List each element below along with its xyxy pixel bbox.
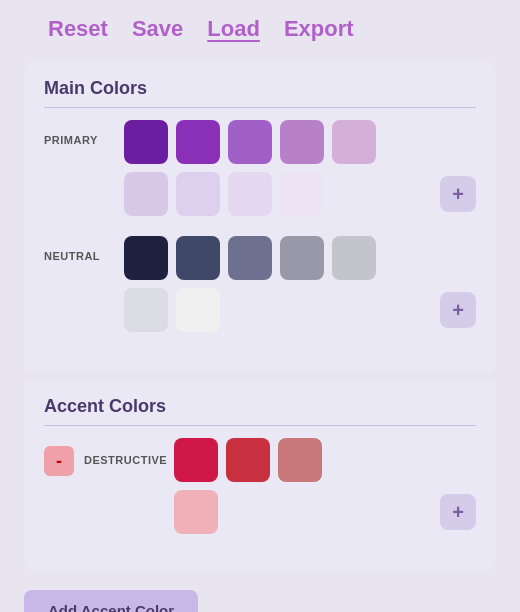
color-swatch[interactable] xyxy=(124,288,168,332)
toolbar-btn-save[interactable]: Save xyxy=(132,16,183,42)
color-swatch[interactable] xyxy=(226,438,270,482)
color-group-label: PRIMARY xyxy=(44,120,124,146)
color-swatch[interactable] xyxy=(176,288,220,332)
color-swatch[interactable] xyxy=(124,120,168,164)
add-accent-color-button[interactable]: Add Accent Color xyxy=(24,590,198,612)
add-swatch-button[interactable]: + xyxy=(440,176,476,212)
accent-group-label: DESTRUCTIVE xyxy=(84,438,174,466)
color-swatch[interactable] xyxy=(280,172,324,216)
remove-accent-button[interactable]: - xyxy=(44,446,74,476)
color-swatch[interactable] xyxy=(124,172,168,216)
accent-colors-groups: -DESTRUCTIVE+ xyxy=(44,438,476,542)
main-colors-section: Main Colors PRIMARY+NEUTRAL+ xyxy=(24,62,496,372)
color-swatch[interactable] xyxy=(176,120,220,164)
color-swatch[interactable] xyxy=(332,120,376,164)
color-swatch[interactable] xyxy=(176,172,220,216)
toolbar-btn-export[interactable]: Export xyxy=(284,16,354,42)
color-swatch[interactable] xyxy=(280,120,324,164)
color-group-label: NEUTRAL xyxy=(44,236,124,262)
toolbar-btn-reset[interactable]: Reset xyxy=(48,16,108,42)
main-colors-groups: PRIMARY+NEUTRAL+ xyxy=(44,120,476,340)
color-group: PRIMARY+ xyxy=(44,120,476,224)
color-swatch[interactable] xyxy=(124,236,168,280)
color-swatch[interactable] xyxy=(174,490,218,534)
color-swatch[interactable] xyxy=(176,236,220,280)
add-swatch-button[interactable]: + xyxy=(440,494,476,530)
toolbar: ResetSaveLoadExport xyxy=(0,0,520,54)
accent-colors-section: Accent Colors -DESTRUCTIVE+ xyxy=(24,380,496,570)
color-swatch[interactable] xyxy=(280,236,324,280)
color-swatch[interactable] xyxy=(174,438,218,482)
color-swatch[interactable] xyxy=(228,120,272,164)
color-swatch[interactable] xyxy=(278,438,322,482)
accent-group: -DESTRUCTIVE+ xyxy=(44,438,476,542)
accent-colors-title: Accent Colors xyxy=(44,396,476,426)
color-swatch[interactable] xyxy=(228,172,272,216)
color-swatch[interactable] xyxy=(228,236,272,280)
main-colors-title: Main Colors xyxy=(44,78,476,108)
color-swatch[interactable] xyxy=(332,236,376,280)
color-group: NEUTRAL+ xyxy=(44,236,476,340)
add-swatch-button[interactable]: + xyxy=(440,292,476,328)
toolbar-btn-load[interactable]: Load xyxy=(207,16,260,42)
